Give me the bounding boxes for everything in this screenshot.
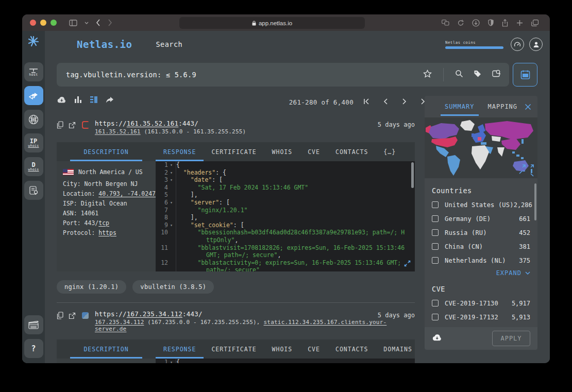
fold-caret-icon[interactable]: ▾ — [168, 161, 175, 169]
tab-misc[interactable]: {…} — [376, 142, 403, 161]
sidebar-item-responses[interactable] — [24, 86, 43, 105]
tag-pill-vbulletin-3-8-5[interactable]: vbulletin (3.8.5) — [132, 280, 214, 294]
facet-checkbox[interactable] — [432, 215, 439, 222]
external-link-icon[interactable] — [69, 312, 76, 321]
search-input[interactable]: tag.vbulletin.version: ≤ 5.6.9 — [57, 63, 509, 87]
new-tab-icon[interactable] — [516, 20, 523, 26]
stats-chart-icon[interactable] — [74, 96, 82, 106]
browser-window: app.netlas.io — [22, 14, 550, 363]
prev-page-button[interactable] — [382, 97, 389, 106]
facet-checkbox[interactable] — [432, 229, 439, 236]
world-map[interactable] — [425, 117, 537, 178]
tab-whois[interactable]: WHOIS — [264, 142, 300, 161]
next-page-button[interactable] — [401, 97, 408, 106]
minimize-window-button[interactable] — [40, 20, 46, 26]
result-ip-range[interactable]: 161.35.52.161 (161.35.0.0 - 161.35.255.2… — [95, 128, 246, 135]
expand-countries-link[interactable]: EXPAND — [425, 269, 537, 277]
sidebar-item-domain-whois[interactable]: D whois — [24, 157, 43, 176]
forward-button[interactable] — [108, 19, 112, 26]
search-query-text[interactable]: tag.vbulletin.version: ≤ 5.6.9 — [66, 71, 423, 79]
download-summary-icon[interactable] — [432, 334, 442, 344]
facet-checkbox[interactable] — [432, 243, 439, 250]
zoom-window-button[interactable] — [51, 20, 57, 26]
saved-queries-icon[interactable] — [492, 70, 501, 80]
tab-domains[interactable]: DOMAINS — [376, 339, 415, 359]
response-code-panel[interactable]: 1▾{2▾ "headers": {3▾ "date": [ — [156, 359, 415, 363]
usage-gauge-button[interactable] — [511, 38, 524, 51]
tab-description[interactable]: DESCRIPTION — [57, 339, 156, 359]
tag-icon[interactable] — [474, 70, 482, 80]
line-number: 5 — [156, 191, 168, 199]
code-line: 6▾ "server": [ — [156, 199, 415, 207]
close-window-button[interactable] — [30, 20, 36, 26]
downloads-icon[interactable] — [472, 19, 480, 27]
history-calendar-button[interactable] — [513, 63, 537, 87]
sidebar-item-tutorials[interactable] — [24, 315, 43, 334]
sidebar-item-certificates[interactable] — [24, 181, 43, 200]
external-link-icon[interactable] — [69, 121, 76, 131]
account-avatar-button[interactable] — [529, 38, 543, 51]
nav-item-search[interactable]: Search — [156, 40, 182, 48]
sidebar-item-host[interactable]: host — [24, 62, 43, 81]
field-link[interactable]: https — [98, 229, 116, 236]
tab-cve[interactable]: CVE — [300, 142, 328, 161]
facet-checkbox[interactable] — [432, 257, 439, 264]
share-icon[interactable] — [502, 19, 508, 27]
translate-icon[interactable] — [442, 20, 449, 26]
search-icon[interactable] — [455, 70, 463, 80]
tab-response[interactable]: RESPONSE — [156, 142, 204, 161]
result-url[interactable]: https://167.235.34.112:443/ — [95, 310, 415, 318]
copy-icon[interactable] — [57, 121, 63, 131]
tab-overview-icon[interactable] — [531, 20, 539, 26]
sidebar-item-ip-whois[interactable]: IP whois — [24, 133, 43, 152]
fold-caret-icon[interactable]: ▾ — [168, 169, 175, 177]
reload-icon[interactable] — [458, 20, 464, 26]
tag-pill-nginx-1-20-1[interactable]: nginx (1.20.1) — [57, 280, 126, 294]
fold-caret-icon[interactable]: ▾ — [168, 199, 175, 207]
field-link[interactable]: 40.793, -74.0247 — [98, 190, 156, 197]
tab-response[interactable]: RESPONSE — [156, 339, 204, 359]
facet-checkbox[interactable] — [432, 201, 439, 208]
chevron-down-icon[interactable] — [85, 22, 89, 24]
download-results-icon[interactable] — [57, 96, 66, 106]
search-row: tag.vbulletin.version: ≤ 5.6.9 — [45, 63, 550, 87]
result-url[interactable]: https://161.35.52.161:443/ — [95, 120, 246, 127]
tab-mapping[interactable]: MAPPING — [488, 96, 518, 117]
expand-code-icon[interactable] — [404, 259, 411, 269]
field-link[interactable]: tcp — [98, 219, 109, 227]
fold-caret-icon[interactable]: ▾ — [168, 176, 175, 184]
tab-contacts[interactable]: CONTACTS — [328, 339, 376, 359]
shield-icon[interactable] — [488, 19, 494, 26]
tab-description[interactable]: DESCRIPTION — [57, 142, 156, 161]
sidebar-toggle-icon[interactable] — [69, 20, 77, 26]
sidebar-item-help[interactable]: ? — [24, 339, 43, 358]
copy-icon[interactable] — [57, 312, 63, 321]
app-logo-text[interactable]: Netlas.io — [77, 39, 132, 50]
first-page-button[interactable] — [363, 97, 370, 106]
close-panel-icon[interactable] — [525, 96, 531, 117]
panel-scrollbar[interactable] — [534, 183, 536, 220]
tab-certificate[interactable]: CERTIFICATE — [204, 142, 264, 161]
response-code-panel[interactable]: 1▾{2▾ "headers": {3▾ "date": [4 "Sat, 17… — [156, 161, 415, 271]
list-view-icon[interactable] — [90, 96, 98, 106]
code-text: "bblastactivity=0; expires=Sun, 16-Feb-2… — [176, 259, 415, 271]
fold-caret-icon[interactable]: ▾ — [168, 359, 175, 363]
tab-contacts[interactable]: CONTACTS — [328, 142, 376, 161]
facet-checkbox[interactable] — [432, 314, 439, 320]
apply-button[interactable]: APPLY — [492, 331, 530, 346]
back-button[interactable] — [96, 19, 100, 26]
traffic-lights — [30, 20, 57, 26]
tab-certificate[interactable]: CERTIFICATE — [204, 339, 264, 359]
fold-caret-icon[interactable]: ▾ — [168, 221, 175, 229]
tab-whois[interactable]: WHOIS — [264, 339, 300, 359]
address-bar[interactable]: app.netlas.io — [179, 17, 365, 29]
sidebar-item-dns[interactable]: DNS — [24, 110, 43, 129]
tab-cve[interactable]: CVE — [300, 339, 328, 359]
bookmark-star-icon[interactable] — [423, 70, 432, 80]
facet-checkbox[interactable] — [432, 300, 439, 306]
tab-summary[interactable]: SUMMARY — [445, 96, 475, 117]
share-results-icon[interactable] — [106, 96, 114, 106]
netlas-logo-icon[interactable] — [27, 35, 40, 50]
code-scrollbar[interactable] — [411, 162, 414, 188]
result-ip-range[interactable]: 167.235.34.112 (167.235.0.0 - 167.235.25… — [95, 319, 415, 332]
